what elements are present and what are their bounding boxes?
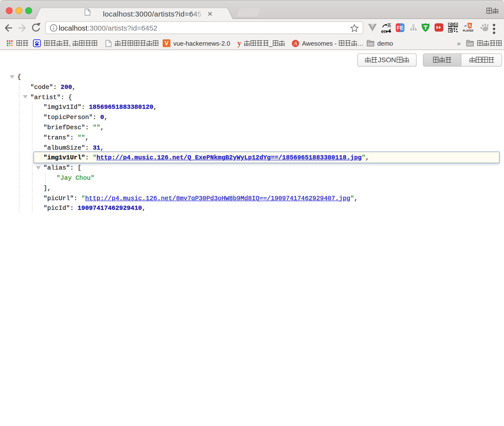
svg-text:5: 5 <box>469 23 471 28</box>
